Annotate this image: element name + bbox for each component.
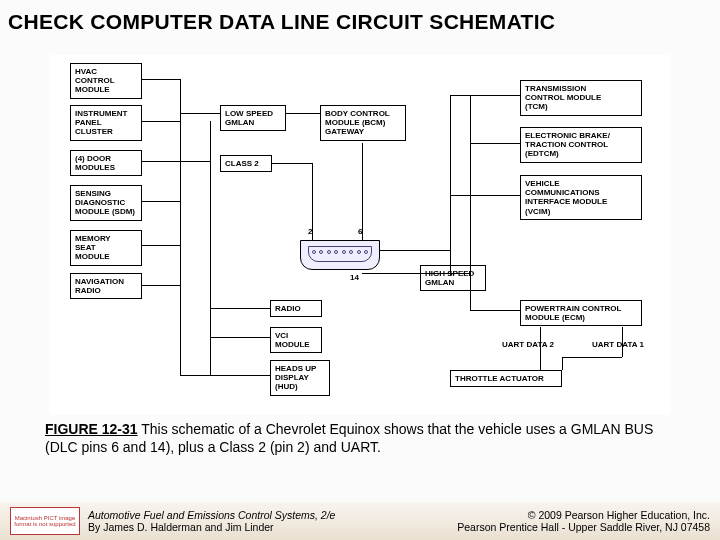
node-ecm: POWERTRAIN CONTROLMODULE (ECM) bbox=[520, 300, 642, 326]
book-title: Automotive Fuel and Emissions Control Sy… bbox=[88, 509, 335, 521]
node-throttle: THROTTLE ACTUATOR bbox=[450, 370, 562, 387]
label-uart1: UART DATA 1 bbox=[590, 340, 646, 349]
label-low-gmlan: LOW SPEEDGMLAN bbox=[220, 105, 286, 131]
figure-number: FIGURE 12-31 bbox=[45, 421, 138, 437]
page-title: CHECK COMPUTER DATA LINE CIRCUIT SCHEMAT… bbox=[0, 0, 720, 38]
node-tcm: TRANSMISSIONCONTROL MODULE(TCM) bbox=[520, 80, 642, 116]
node-sdm: SENSINGDIAGNOSTICMODULE (SDM) bbox=[70, 185, 142, 221]
schematic-diagram: HVACCONTROLMODULE INSTRUMENTPANELCLUSTER… bbox=[50, 55, 670, 415]
node-hud: HEADS UPDISPLAY(HUD) bbox=[270, 360, 330, 396]
dlc-connector bbox=[300, 240, 380, 270]
publisher: Pearson Prentice Hall - Upper Saddle Riv… bbox=[457, 521, 710, 533]
node-radio: RADIO bbox=[270, 300, 322, 317]
node-edtcm: ELECTRONIC BRAKE/TRACTION CONTROL(EDTCM) bbox=[520, 127, 642, 163]
label-uart2: UART DATA 2 bbox=[500, 340, 556, 349]
node-hvac: HVACCONTROLMODULE bbox=[70, 63, 142, 99]
label-class2: CLASS 2 bbox=[220, 155, 272, 172]
node-ipc: INSTRUMENTPANELCLUSTER bbox=[70, 105, 142, 141]
node-mem: MEMORYSEATMODULE bbox=[70, 230, 142, 266]
thumbnail-placeholder: Macintosh PICT image format is not suppo… bbox=[10, 507, 80, 535]
figure-caption: FIGURE 12-31 This schematic of a Chevrol… bbox=[45, 420, 665, 456]
footer: Macintosh PICT image format is not suppo… bbox=[0, 502, 720, 540]
copyright: © 2009 Pearson Higher Education, Inc. bbox=[457, 509, 710, 521]
authors: By James D. Halderman and Jim Linder bbox=[88, 521, 335, 533]
node-door: (4) DOORMODULES bbox=[70, 150, 142, 176]
node-vcim: VEHICLECOMMUNICATIONSINTERFACE MODULE(VC… bbox=[520, 175, 642, 220]
label-high-gmlan: HIGH SPEEDGMLAN bbox=[420, 265, 486, 291]
pin-14: 14 bbox=[350, 273, 359, 282]
node-vci: VCIMODULE bbox=[270, 327, 322, 353]
node-nav: NAVIGATIONRADIO bbox=[70, 273, 142, 299]
node-bcm: BODY CONTROLMODULE (BCM)GATEWAY bbox=[320, 105, 406, 141]
